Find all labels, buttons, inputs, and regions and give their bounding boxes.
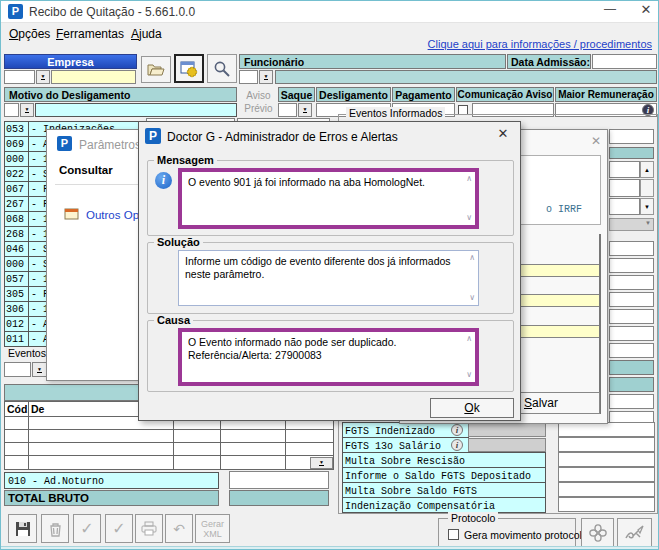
evento-add-dropdown[interactable]: ▼ xyxy=(32,362,47,377)
confirm-all-button[interactable]: ✓ xyxy=(105,514,133,543)
rc-field[interactable] xyxy=(609,275,654,290)
scroll-up-icon[interactable]: ∧ xyxy=(466,175,472,183)
rc-field[interactable] xyxy=(609,343,654,358)
fgts-value-field[interactable] xyxy=(558,452,655,467)
causa-textarea[interactable]: O Evento informado não pode ser duplicad… xyxy=(178,328,479,386)
grid-cell[interactable] xyxy=(4,442,29,456)
close-icon[interactable]: ✕ xyxy=(588,134,604,150)
confirm-button[interactable]: ✓ xyxy=(73,514,101,543)
print-button[interactable] xyxy=(135,514,163,543)
grid-scroll-dropdown[interactable]: ▼ xyxy=(310,457,333,469)
info-link[interactable]: Clique aqui para informações / procedime… xyxy=(428,38,652,50)
event-row-code[interactable]: 011 xyxy=(4,331,29,347)
rc-spin-field-1[interactable] xyxy=(609,161,640,178)
gerar-xml-button[interactable]: Gerar XML xyxy=(195,514,230,543)
event-row-code[interactable]: 053 xyxy=(4,121,29,137)
scroll-down-icon[interactable]: ∨ xyxy=(466,371,472,379)
rc-field[interactable] xyxy=(609,292,654,307)
delete-button[interactable] xyxy=(41,514,69,543)
spinner-up-button[interactable]: ▲ xyxy=(640,161,654,178)
fgts-value-field[interactable] xyxy=(558,422,655,437)
event-row-code[interactable]: 305 xyxy=(4,286,29,302)
ok-button[interactable]: Ok xyxy=(430,398,514,418)
event-010-field[interactable]: 010 - Ad.Noturno xyxy=(4,472,219,489)
empresa-name-field[interactable] xyxy=(51,70,136,84)
menu-opcoes[interactable]: Opções xyxy=(9,27,50,41)
rc-field[interactable] xyxy=(609,326,654,341)
event-row-code[interactable]: 000 xyxy=(4,151,29,167)
grid-cell[interactable] xyxy=(4,429,29,443)
empresa-dropdown[interactable]: ▼ xyxy=(36,70,50,84)
empresa-code-field[interactable] xyxy=(4,70,35,84)
spinner-down-button[interactable]: ▼ xyxy=(640,198,654,215)
grid-cell[interactable] xyxy=(4,455,29,470)
fgts-value-field[interactable] xyxy=(558,482,655,497)
event-row-code[interactable]: 268 xyxy=(4,226,29,242)
scroll-up-icon[interactable]: ∧ xyxy=(469,254,475,262)
grid-cell[interactable] xyxy=(220,455,286,470)
fgts-value-field[interactable] xyxy=(558,437,655,452)
rc-spin-field-2[interactable] xyxy=(609,179,640,197)
scrollbar[interactable] xyxy=(599,234,601,414)
assinatura-button[interactable] xyxy=(617,518,652,547)
minimize-icon[interactable]: — xyxy=(599,2,621,20)
event-row-code[interactable]: 012 xyxy=(4,316,29,332)
motivo-desc-field[interactable] xyxy=(35,103,237,117)
grid-cell[interactable] xyxy=(28,429,174,443)
saque-dropdown[interactable]: ▼ xyxy=(298,103,312,117)
event-010-value-field[interactable] xyxy=(229,471,329,489)
grid-cell[interactable] xyxy=(220,442,286,456)
parametros-button[interactable] xyxy=(174,54,204,83)
grid-cell[interactable] xyxy=(173,455,221,470)
event-row-code[interactable]: 022 xyxy=(4,166,29,182)
grid-cell[interactable] xyxy=(285,429,334,443)
funcionario-name-field[interactable] xyxy=(275,70,657,84)
grid-cell[interactable] xyxy=(173,429,221,443)
rc-spin-field-3[interactable] xyxy=(609,198,640,215)
saque-code-field[interactable] xyxy=(278,103,297,117)
scroll-down-icon[interactable]: ∨ xyxy=(469,294,475,302)
motivo-code-field[interactable] xyxy=(4,103,19,117)
gera-movimento-checkbox[interactable] xyxy=(448,529,459,540)
event-row-code[interactable]: 267 xyxy=(4,196,29,212)
event-row-code[interactable]: 057 xyxy=(4,271,29,287)
scroll-down-icon[interactable]: ∨ xyxy=(466,214,472,222)
grid-cell[interactable] xyxy=(285,442,334,456)
rc-field[interactable] xyxy=(609,129,654,144)
funcionario-code-field[interactable] xyxy=(239,70,258,84)
rc-dropdown[interactable]: ▼ xyxy=(609,218,654,231)
evento-add-field[interactable] xyxy=(4,362,31,377)
event-row-code[interactable]: 306 xyxy=(4,301,29,317)
grid-cell[interactable] xyxy=(28,442,174,456)
grid-cell[interactable] xyxy=(220,429,286,443)
save-button[interactable] xyxy=(8,514,37,543)
rc-field[interactable] xyxy=(609,241,654,256)
fgts-value-field[interactable] xyxy=(558,497,655,512)
rc-field[interactable] xyxy=(609,394,654,409)
grid-cell[interactable] xyxy=(4,416,29,430)
funcionario-dropdown[interactable]: ▼ xyxy=(259,70,273,84)
event-row-code[interactable]: 046 xyxy=(4,241,29,257)
fgts-value-field[interactable] xyxy=(558,467,655,482)
protocolo-button[interactable] xyxy=(581,518,614,547)
motivo-dropdown[interactable]: ▼ xyxy=(20,103,34,117)
menu-ajuda[interactable]: Ajuda xyxy=(131,27,162,41)
event-row-code[interactable]: 068 xyxy=(4,211,29,227)
grid-cell[interactable] xyxy=(28,455,174,470)
spinner-mid-button[interactable] xyxy=(640,179,654,197)
event-row-code[interactable]: 069 xyxy=(4,136,29,152)
menu-ferramentas[interactable]: Ferramentas xyxy=(56,27,124,41)
close-icon[interactable]: ✕ xyxy=(491,126,515,146)
solucao-textarea[interactable]: Informe um código de evento diferente do… xyxy=(178,250,479,306)
rc-field[interactable] xyxy=(609,309,654,324)
event-row-code[interactable]: 067 xyxy=(4,181,29,197)
fgts-info-icon[interactable]: i xyxy=(451,424,463,436)
fgts-info-icon[interactable]: i xyxy=(451,439,463,451)
open-folder-button[interactable] xyxy=(141,56,171,83)
data-admissao-field[interactable] xyxy=(592,54,657,69)
close-icon[interactable]: ✕ xyxy=(635,2,657,20)
event-row-code[interactable]: 000 xyxy=(4,256,29,272)
search-button[interactable] xyxy=(207,54,237,83)
mensagem-textarea[interactable]: O evento 901 já foi informado na aba Hom… xyxy=(178,168,479,229)
undo-button[interactable]: ↶ xyxy=(165,514,193,543)
